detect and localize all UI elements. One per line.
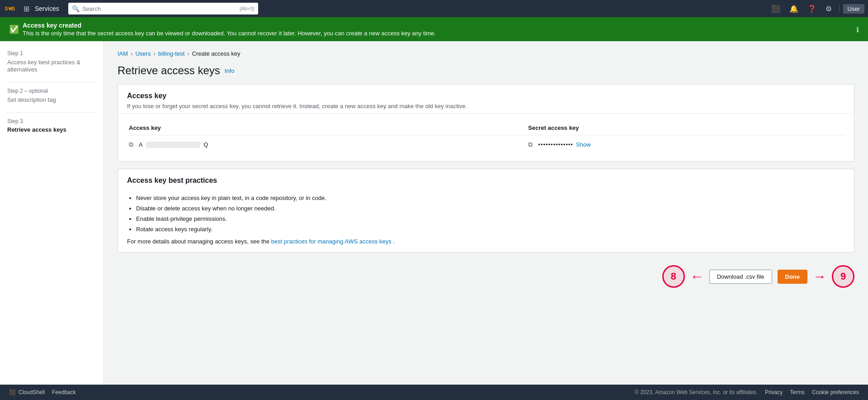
arrow-left-8: ← — [690, 269, 704, 284]
check-icon: ✅ — [9, 24, 19, 34]
footer-copyright: © 2023, Amazon Web Services, Inc. or its… — [635, 389, 758, 395]
annotation-circle-8: 8 — [662, 265, 685, 288]
more-details-text: For more details about managing access k… — [127, 238, 845, 245]
list-item: Enable least-privilege permissions. — [136, 215, 845, 222]
done-button[interactable]: Done — [778, 270, 808, 284]
success-banner: ✅ Access key created This is the only ti… — [0, 17, 868, 41]
copy-access-key-icon[interactable]: ⧉ — [129, 141, 133, 148]
more-details-prefix: For more details about managing access k… — [127, 238, 269, 245]
best-practices-list: Never store your access key in plain tex… — [127, 195, 845, 233]
bell-icon-btn[interactable]: 🔔 — [786, 3, 802, 15]
privacy-link[interactable]: Privacy — [765, 389, 783, 395]
secret-key-display: ⧉ •••••••••••••• Show — [528, 141, 843, 148]
show-secret-key-link[interactable]: Show — [576, 141, 591, 148]
step-1-item: Step 1 Access key best practices & alter… — [7, 50, 96, 73]
banner-title: Access key created — [23, 22, 859, 29]
step-2-link[interactable]: Set description tag — [7, 96, 56, 103]
best-practices-card: Access key best practices Never store yo… — [118, 169, 854, 252]
step-divider-1 — [7, 82, 96, 82]
breadcrumb-current: Create access key — [192, 50, 241, 57]
step-3-item: Step 3 Retrieve access keys — [7, 118, 96, 133]
cloudshell-link[interactable]: ⬛ CloudShell — [9, 389, 45, 395]
search-bar[interactable]: 🔍 [Alt+S] — [68, 3, 258, 14]
content-wrapper: Step 1 Access key best practices & alter… — [0, 41, 868, 385]
copy-secret-key-icon[interactable]: ⧉ — [528, 141, 533, 148]
col-access-key-header: Access key — [127, 121, 526, 135]
step-2-item: Step 2 – optional Set description tag — [7, 88, 96, 103]
nav-divider — [839, 4, 840, 13]
banner-info-icon[interactable]: ℹ — [856, 25, 859, 33]
access-key-card-header: Access key If you lose or forget your se… — [118, 85, 854, 114]
grid-icon[interactable]: ⊞ — [22, 5, 31, 13]
breadcrumb-iam[interactable]: IAM — [118, 50, 128, 57]
access-key-display: ⧉ A Q — [129, 141, 524, 148]
cloudshell-label: CloudShell — [19, 389, 45, 395]
search-shortcut: [Alt+S] — [240, 6, 255, 11]
access-key-card-body: Access key Secret access key ⧉ A — [118, 114, 854, 161]
search-input[interactable] — [82, 5, 237, 12]
list-item: Rotate access keys regularly. — [136, 226, 845, 233]
access-key-cell: ⧉ A Q — [127, 135, 526, 154]
footer-left: ⬛ CloudShell Feedback — [9, 389, 76, 395]
banner-description: This is the only time that the secret ac… — [23, 30, 859, 37]
arrow-right-9: → — [813, 269, 826, 284]
footer-right: © 2023, Amazon Web Services, Inc. or its… — [635, 389, 859, 395]
breadcrumb-users[interactable]: Users — [135, 50, 151, 57]
step-divider-2 — [7, 112, 96, 113]
annotation-circle-9: 9 — [832, 265, 854, 288]
access-key-redacted — [146, 142, 200, 148]
secret-key-masked: •••••••••••••• — [538, 141, 573, 148]
search-icon: 🔍 — [72, 5, 80, 12]
help-icon-btn[interactable]: ❓ — [804, 3, 820, 15]
table-row: ⧉ A Q ⧉ — [127, 135, 845, 154]
cookie-link[interactable]: Cookie preferences — [812, 389, 859, 395]
best-practices-link[interactable]: best practices for managing AWS access k… — [271, 238, 392, 245]
terms-link[interactable]: Terms — [790, 389, 805, 395]
feedback-link[interactable]: Feedback — [52, 389, 76, 395]
col-secret-key-header: Secret access key — [526, 121, 845, 135]
nav-right-actions: ⬛ 🔔 ❓ ⚙ User — [768, 3, 864, 15]
best-practices-card-body: Access key best practices Never store yo… — [118, 169, 854, 252]
secret-key-cell: ⧉ •••••••••••••• Show — [526, 135, 845, 154]
page-title-row: Retrieve access keys Info — [118, 64, 854, 77]
download-csv-button[interactable]: Download .csv file — [709, 270, 772, 284]
access-key-value: A Q — [139, 141, 208, 148]
page-info-link[interactable]: Info — [225, 67, 235, 74]
step-3-label: Step 3 — [7, 118, 96, 124]
services-nav[interactable]: Services — [35, 5, 59, 12]
access-key-table: Access key Secret access key ⧉ A — [127, 121, 845, 154]
step-1-label: Step 1 — [7, 50, 96, 57]
user-account-btn[interactable]: User — [843, 4, 864, 14]
top-navigation: ⊞ Services 🔍 [Alt+S] ⬛ 🔔 ❓ ⚙ User — [0, 0, 868, 17]
page-title: Retrieve access keys — [118, 64, 220, 77]
step-3-active: Retrieve access keys — [7, 126, 96, 133]
main-content: IAM › Users › billing-test › Create acce… — [104, 41, 868, 385]
footer: ⬛ CloudShell Feedback © 2023, Amazon Web… — [0, 385, 868, 400]
more-details-suffix: . — [393, 238, 395, 245]
breadcrumb-sep-2: › — [153, 50, 155, 57]
terminal-icon: ⬛ — [9, 389, 16, 395]
list-item: Never store your access key in plain tex… — [136, 195, 845, 201]
terminal-icon-btn[interactable]: ⬛ — [768, 3, 784, 15]
aws-logo[interactable] — [4, 4, 18, 13]
settings-icon-btn[interactable]: ⚙ — [822, 3, 835, 15]
step-1-link[interactable]: Access key best practices & alternatives — [7, 59, 80, 73]
action-bar: 8 ← Download .csv file Done → 9 — [118, 260, 854, 293]
breadcrumb-sep-1: › — [131, 50, 132, 57]
breadcrumb-billing-test[interactable]: billing-test — [158, 50, 185, 57]
best-practices-title: Access key best practices — [127, 176, 845, 185]
access-key-card-title: Access key — [127, 92, 845, 100]
access-key-card: Access key If you lose or forget your se… — [118, 84, 854, 162]
step-2-label: Step 2 – optional — [7, 88, 96, 94]
breadcrumb-sep-3: › — [187, 50, 189, 57]
breadcrumb: IAM › Users › billing-test › Create acce… — [118, 50, 854, 57]
list-item: Disable or delete access key when no lon… — [136, 205, 845, 212]
sidebar: Step 1 Access key best practices & alter… — [0, 41, 104, 385]
access-key-card-desc: If you lose or forget your secret access… — [127, 103, 845, 110]
